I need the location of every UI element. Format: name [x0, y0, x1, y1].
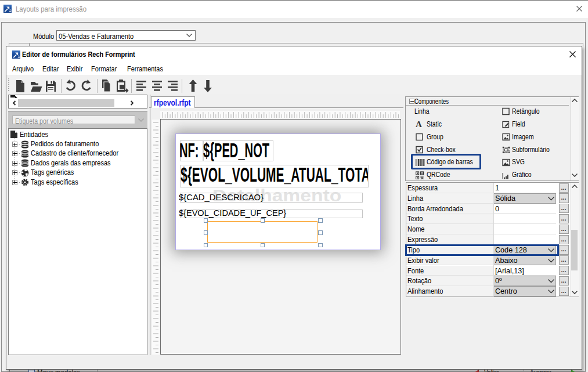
svg-text:A: A	[416, 120, 422, 128]
